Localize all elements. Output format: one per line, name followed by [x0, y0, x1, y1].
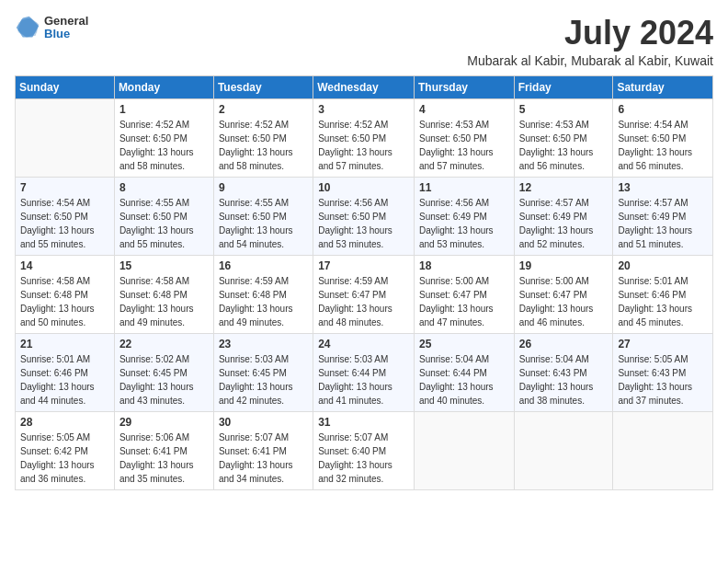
day-number: 9 — [219, 181, 308, 194]
day-cell: 16Sunrise: 4:59 AM Sunset: 6:48 PM Dayli… — [213, 255, 313, 333]
day-info: Sunrise: 4:56 AM Sunset: 6:49 PM Dayligh… — [419, 196, 509, 251]
day-cell — [16, 98, 115, 177]
day-cell: 24Sunrise: 5:03 AM Sunset: 6:44 PM Dayli… — [313, 333, 415, 411]
day-number: 7 — [20, 181, 109, 194]
day-number: 17 — [318, 259, 409, 272]
day-cell: 29Sunrise: 5:06 AM Sunset: 6:41 PM Dayli… — [114, 411, 213, 489]
day-number: 21 — [20, 338, 109, 350]
day-number: 1 — [119, 103, 209, 116]
day-info: Sunrise: 5:06 AM Sunset: 6:41 PM Dayligh… — [119, 431, 209, 486]
day-cell: 12Sunrise: 4:57 AM Sunset: 6:49 PM Dayli… — [514, 177, 613, 255]
day-number: 20 — [618, 259, 708, 272]
day-cell: 30Sunrise: 5:07 AM Sunset: 6:41 PM Dayli… — [213, 411, 313, 489]
day-info: Sunrise: 4:52 AM Sunset: 6:50 PM Dayligh… — [219, 118, 308, 173]
logo-blue: Blue — [44, 28, 88, 40]
day-cell: 27Sunrise: 5:05 AM Sunset: 6:43 PM Dayli… — [613, 333, 713, 411]
day-number: 3 — [318, 103, 409, 116]
day-info: Sunrise: 5:03 AM Sunset: 6:44 PM Dayligh… — [318, 352, 409, 408]
day-cell: 23Sunrise: 5:03 AM Sunset: 6:45 PM Dayli… — [213, 333, 313, 411]
day-info: Sunrise: 4:53 AM Sunset: 6:50 PM Dayligh… — [419, 118, 509, 173]
week-row-5: 28Sunrise: 5:05 AM Sunset: 6:42 PM Dayli… — [16, 411, 713, 489]
day-cell: 19Sunrise: 5:00 AM Sunset: 6:47 PM Dayli… — [514, 255, 613, 333]
header-wednesday: Wednesday — [313, 75, 415, 98]
day-info: Sunrise: 5:04 AM Sunset: 6:43 PM Dayligh… — [519, 352, 609, 408]
day-number: 28 — [20, 416, 109, 429]
header-monday: Monday — [114, 75, 213, 98]
day-cell: 13Sunrise: 4:57 AM Sunset: 6:49 PM Dayli… — [613, 177, 713, 255]
day-cell: 26Sunrise: 5:04 AM Sunset: 6:43 PM Dayli… — [514, 333, 613, 411]
day-number: 18 — [419, 259, 509, 272]
month-title: July 2024 — [467, 15, 713, 52]
header-friday: Friday — [514, 75, 613, 98]
day-cell: 28Sunrise: 5:05 AM Sunset: 6:42 PM Dayli… — [16, 411, 115, 489]
day-number: 5 — [519, 103, 609, 116]
day-info: Sunrise: 5:07 AM Sunset: 6:40 PM Dayligh… — [318, 431, 409, 486]
day-cell: 5Sunrise: 4:53 AM Sunset: 6:50 PM Daylig… — [514, 98, 613, 177]
day-info: Sunrise: 5:01 AM Sunset: 6:46 PM Dayligh… — [20, 352, 109, 408]
day-cell — [613, 411, 713, 489]
day-cell: 17Sunrise: 4:59 AM Sunset: 6:47 PM Dayli… — [313, 255, 415, 333]
day-info: Sunrise: 4:53 AM Sunset: 6:50 PM Dayligh… — [519, 118, 609, 173]
day-info: Sunrise: 4:56 AM Sunset: 6:50 PM Dayligh… — [318, 196, 409, 251]
logo-text: General Blue — [44, 15, 88, 41]
calendar-table: SundayMondayTuesdayWednesdayThursdayFrid… — [15, 75, 713, 490]
day-number: 25 — [419, 338, 509, 350]
day-info: Sunrise: 5:07 AM Sunset: 6:41 PM Dayligh… — [219, 431, 308, 486]
day-cell: 7Sunrise: 4:54 AM Sunset: 6:50 PM Daylig… — [16, 177, 115, 255]
day-number: 26 — [519, 338, 609, 350]
day-number: 31 — [318, 416, 409, 429]
day-cell: 11Sunrise: 4:56 AM Sunset: 6:49 PM Dayli… — [414, 177, 514, 255]
day-cell — [514, 411, 613, 489]
day-number: 23 — [219, 338, 308, 350]
week-row-4: 21Sunrise: 5:01 AM Sunset: 6:46 PM Dayli… — [16, 333, 713, 411]
day-info: Sunrise: 5:05 AM Sunset: 6:43 PM Dayligh… — [618, 352, 708, 408]
day-info: Sunrise: 5:05 AM Sunset: 6:42 PM Dayligh… — [20, 431, 109, 486]
day-cell: 6Sunrise: 4:54 AM Sunset: 6:50 PM Daylig… — [613, 98, 713, 177]
day-cell: 20Sunrise: 5:01 AM Sunset: 6:46 PM Dayli… — [613, 255, 713, 333]
day-number: 14 — [20, 259, 109, 272]
day-info: Sunrise: 5:00 AM Sunset: 6:47 PM Dayligh… — [519, 274, 609, 329]
logo-icon — [15, 15, 40, 40]
day-number: 16 — [219, 259, 308, 272]
day-cell: 22Sunrise: 5:02 AM Sunset: 6:45 PM Dayli… — [114, 333, 213, 411]
day-cell: 9Sunrise: 4:55 AM Sunset: 6:50 PM Daylig… — [213, 177, 313, 255]
day-info: Sunrise: 4:55 AM Sunset: 6:50 PM Dayligh… — [219, 196, 308, 251]
day-cell: 25Sunrise: 5:04 AM Sunset: 6:44 PM Dayli… — [414, 333, 514, 411]
day-info: Sunrise: 4:54 AM Sunset: 6:50 PM Dayligh… — [20, 196, 109, 251]
logo-general: General — [44, 15, 88, 28]
day-number: 13 — [618, 181, 708, 194]
day-info: Sunrise: 5:00 AM Sunset: 6:47 PM Dayligh… — [419, 274, 509, 329]
day-cell: 10Sunrise: 4:56 AM Sunset: 6:50 PM Dayli… — [313, 177, 415, 255]
day-info: Sunrise: 4:57 AM Sunset: 6:49 PM Dayligh… — [519, 196, 609, 251]
logo: General Blue — [15, 15, 88, 41]
day-info: Sunrise: 4:58 AM Sunset: 6:48 PM Dayligh… — [20, 274, 109, 329]
title-block: July 2024 Mubarak al Kabir, Mubarak al K… — [467, 15, 713, 68]
day-cell: 2Sunrise: 4:52 AM Sunset: 6:50 PM Daylig… — [213, 98, 313, 177]
day-info: Sunrise: 5:02 AM Sunset: 6:45 PM Dayligh… — [119, 352, 209, 408]
day-info: Sunrise: 5:03 AM Sunset: 6:45 PM Dayligh… — [219, 352, 308, 408]
day-number: 19 — [519, 259, 609, 272]
day-number: 10 — [318, 181, 409, 194]
day-cell: 18Sunrise: 5:00 AM Sunset: 6:47 PM Dayli… — [414, 255, 514, 333]
header-thursday: Thursday — [414, 75, 514, 98]
day-info: Sunrise: 4:59 AM Sunset: 6:47 PM Dayligh… — [318, 274, 409, 329]
day-number: 12 — [519, 181, 609, 194]
page-header: General Blue July 2024 Mubarak al Kabir,… — [15, 15, 713, 68]
day-number: 11 — [419, 181, 509, 194]
day-number: 22 — [119, 338, 209, 350]
day-cell: 14Sunrise: 4:58 AM Sunset: 6:48 PM Dayli… — [16, 255, 115, 333]
day-number: 24 — [318, 338, 409, 350]
day-cell: 1Sunrise: 4:52 AM Sunset: 6:50 PM Daylig… — [114, 98, 213, 177]
day-number: 6 — [618, 103, 708, 116]
location: Mubarak al Kabir, Mubarak al Kabir, Kuwa… — [467, 53, 713, 68]
day-number: 8 — [119, 181, 209, 194]
week-row-3: 14Sunrise: 4:58 AM Sunset: 6:48 PM Dayli… — [16, 255, 713, 333]
day-cell: 21Sunrise: 5:01 AM Sunset: 6:46 PM Dayli… — [16, 333, 115, 411]
day-cell — [414, 411, 514, 489]
week-row-1: 1Sunrise: 4:52 AM Sunset: 6:50 PM Daylig… — [16, 98, 713, 177]
day-number: 29 — [119, 416, 209, 429]
header-tuesday: Tuesday — [213, 75, 313, 98]
day-info: Sunrise: 4:55 AM Sunset: 6:50 PM Dayligh… — [119, 196, 209, 251]
day-info: Sunrise: 5:04 AM Sunset: 6:44 PM Dayligh… — [419, 352, 509, 408]
day-cell: 3Sunrise: 4:52 AM Sunset: 6:50 PM Daylig… — [313, 98, 415, 177]
